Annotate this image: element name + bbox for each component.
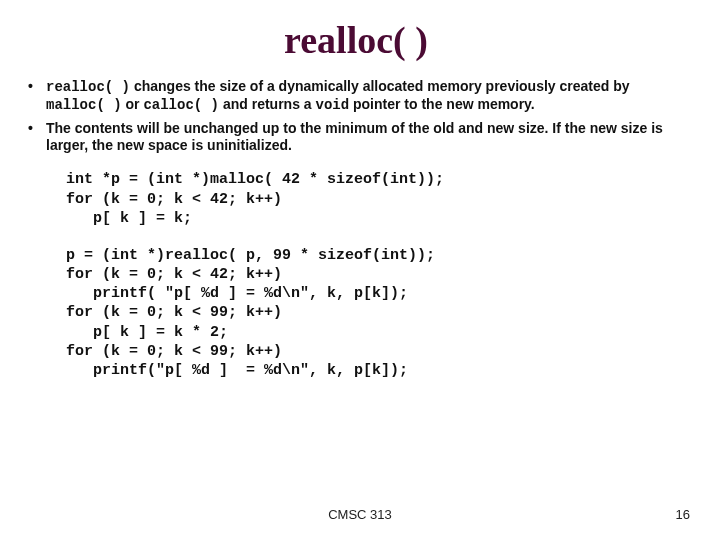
bullet-mono-text: malloc( ) xyxy=(46,97,122,113)
slide-title: realloc( ) xyxy=(26,18,686,62)
bullet-mono-text: void xyxy=(316,97,350,113)
bullet-text: or xyxy=(122,96,144,112)
bullet-text: and returns a xyxy=(219,96,315,112)
footer-course: CMSC 313 xyxy=(0,507,720,522)
bullet-text: changes the size of a dynamically alloca… xyxy=(130,78,630,94)
footer-page: 16 xyxy=(676,507,690,522)
bullet-item: The contents will be unchanged up to the… xyxy=(26,120,686,154)
bullet-mono-text: realloc( ) xyxy=(46,79,130,95)
bullet-item: realloc( ) changes the size of a dynamic… xyxy=(26,78,686,114)
slide: realloc( ) realloc( ) changes the size o… xyxy=(0,0,720,540)
bullet-mono-text: calloc( ) xyxy=(143,97,219,113)
bullet-text: The contents will be unchanged up to the… xyxy=(46,120,663,153)
code-block-2: p = (int *)realloc( p, 99 * sizeof(int))… xyxy=(66,246,686,380)
bullet-list: realloc( ) changes the size of a dynamic… xyxy=(26,78,686,154)
bullet-text: pointer to the new memory. xyxy=(349,96,535,112)
code-block-1: int *p = (int *)malloc( 42 * sizeof(int)… xyxy=(66,170,686,228)
